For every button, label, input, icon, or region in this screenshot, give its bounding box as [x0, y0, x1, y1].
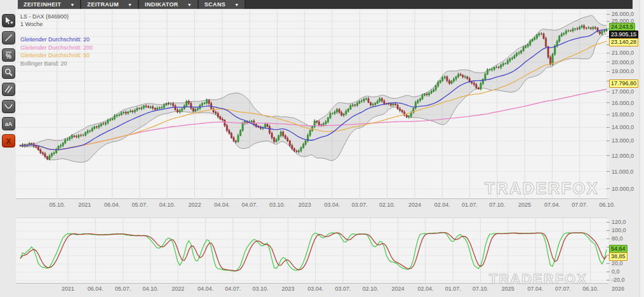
y-axis-label: 0,0: [612, 268, 620, 275]
percent-measure-icon: %: [4, 50, 13, 60]
y-axis-label: 20,0: [612, 260, 623, 266]
x-axis-label: 02.04.: [412, 286, 439, 292]
right-edge-strip: [640, 0, 644, 297]
x-axis-label: 06.10.: [577, 286, 605, 292]
y-axis-label: 16.000,0: [612, 100, 634, 106]
x-axis-label: 04.04.: [192, 286, 220, 292]
tool-curve-button[interactable]: [2, 100, 15, 113]
y-axis-tick: [607, 114, 610, 115]
x-axis-label: 04.07.: [219, 286, 247, 292]
y-axis-tick: [607, 102, 610, 103]
price-badge: 23.140,28: [609, 38, 638, 46]
x-axis-label: 07.04.: [538, 202, 566, 208]
y-axis-tick: [607, 280, 610, 280]
menu-bar: ZEITEINHEIT ▼ ZEITRAUM ▼ INDIKATOR ▼ SCA…: [18, 0, 633, 9]
x-axis-label: 04.04.: [208, 202, 236, 208]
x-axis-label: 2021: [70, 202, 98, 208]
svg-text:aA: aA: [5, 121, 13, 127]
tool-trendline-button[interactable]: [2, 31, 15, 45]
delete-x-icon: X: [4, 136, 13, 146]
x-axis-label: 04.07.: [236, 202, 264, 208]
y-axis-label: 14.000,0: [612, 124, 634, 130]
y-axis-label: 26.000,0: [612, 11, 634, 17]
chevron-down-icon: ▼: [187, 3, 192, 7]
x-axis-label: 2024: [384, 286, 412, 292]
x-axis-label: 06.04.: [81, 286, 109, 292]
y-axis-tick: [607, 171, 610, 172]
menu-indikator[interactable]: INDIKATOR ▼: [139, 0, 199, 9]
x-axis-label: 04.10.: [137, 286, 164, 292]
y-axis-tick: [607, 14, 610, 15]
tool-percent-button[interactable]: %: [2, 48, 15, 62]
chevron-down-icon: ▼: [128, 3, 132, 7]
y-axis-tick: [607, 21, 610, 22]
tool-pointer-button[interactable]: [2, 14, 15, 27]
y-axis-label: 120,0: [612, 219, 626, 225]
x-axis-label: 06.04.: [98, 202, 126, 208]
tool-zoom-button[interactable]: [2, 66, 15, 79]
chevron-down-icon: ▼: [234, 3, 239, 7]
y-axis-tick: [607, 238, 610, 239]
y-axis-label: 11.000,0: [612, 169, 633, 175]
y-axis-tick: [607, 272, 610, 272]
x-axis-label: 01.07.: [456, 202, 484, 208]
main-price-chart-panel[interactable]: LS - DAX (846900) 1 Woche Gleitender Dur…: [16, 10, 608, 199]
price-badge: 17.796,80: [609, 79, 638, 88]
y-axis-tick: [607, 155, 610, 156]
x-axis-label: 2024: [401, 202, 429, 208]
x-axis-label: 05.10.: [43, 202, 71, 208]
x-axis-label: 2025: [494, 286, 522, 292]
svg-text:X: X: [6, 137, 11, 145]
y-axis-label: 80,0: [612, 235, 623, 242]
x-axis-label: 03.04.: [302, 286, 330, 292]
tool-delete-button[interactable]: X: [2, 134, 15, 148]
x-axis-label: 2023: [274, 286, 302, 292]
y-axis-tick: [607, 92, 610, 92]
y-axis-label: 12.000,0: [612, 153, 634, 159]
menu-zeiteinheit-label: ZEITEINHEIT: [23, 1, 61, 8]
pointer-plus-icon: [4, 16, 13, 25]
trendline-icon: [4, 33, 13, 43]
y-axis-label: 17.000,0: [612, 88, 634, 95]
y-axis-label: 19.000,0: [612, 68, 634, 74]
oscillator-chart: [16, 218, 608, 284]
x-axis-label: 04.10.: [153, 202, 181, 208]
x-axis-label: 2025: [511, 202, 539, 208]
y-axis-tick: [607, 188, 610, 189]
menu-zeiteinheit[interactable]: ZEITEINHEIT ▼: [18, 0, 81, 9]
x-axis-label: 06.10.: [593, 202, 621, 208]
y-axis-label: -20,0: [612, 277, 625, 283]
y-axis-label: 10.000,0: [612, 186, 634, 192]
parallel-lines-icon: [4, 85, 13, 94]
menu-zeitraum[interactable]: ZEITRAUM ▼: [81, 0, 139, 9]
y-axis-tick: [607, 53, 610, 53]
y-axis-tick: [607, 230, 610, 231]
x-axis-label: 07.07.: [566, 202, 594, 208]
menu-scans[interactable]: SCANS ▼: [199, 0, 246, 9]
curve-icon: [4, 102, 13, 111]
x-axis-label: 2022: [181, 202, 209, 208]
chevron-down-icon: ▼: [70, 3, 74, 7]
candlestick-chart: [16, 10, 608, 199]
x-axis-label: 02.10.: [373, 202, 401, 208]
y-axis-label: 20.000,0: [612, 59, 634, 66]
y-axis-label: 21.000,0: [612, 50, 634, 56]
x-axis-label: 07.10.: [483, 202, 511, 208]
oscillator-panel[interactable]: [16, 218, 608, 284]
y-axis-tick: [607, 263, 610, 264]
y-axis-tick: [607, 71, 610, 72]
x-axis-label: 2022: [164, 286, 192, 292]
x-axis-label: 02.04.: [428, 202, 456, 208]
y-axis-tick: [607, 222, 610, 223]
x-axis-label: 2023: [291, 202, 319, 208]
indicator-badge: 38,85: [609, 252, 627, 261]
tool-text-button[interactable]: aA: [2, 117, 15, 130]
x-axis-label: 07.07.: [549, 286, 577, 292]
tool-parallel-lines-button[interactable]: [2, 83, 15, 96]
y-axis-tick: [607, 141, 610, 141]
y-axis-tick: [607, 127, 610, 128]
x-axis-label: 2026: [604, 286, 632, 292]
x-axis-label: 2021: [54, 286, 82, 292]
x-axis-label: 03.10.: [263, 202, 291, 208]
x-axis-label: 07.10.: [467, 286, 495, 292]
